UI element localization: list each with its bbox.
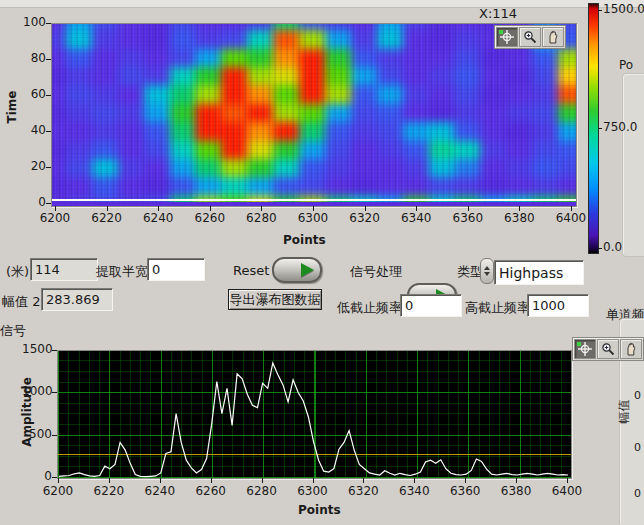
waterfall-xtick-label: 6300	[295, 211, 331, 225]
axis-tick	[46, 59, 51, 60]
axis-tick	[46, 167, 51, 168]
axis-tick	[414, 478, 415, 483]
axis-tick	[52, 477, 57, 478]
axis-tick	[567, 478, 568, 483]
magnifier-icon	[601, 342, 615, 356]
waterfall-xtick-label: 6400	[553, 211, 589, 225]
axis-tick	[261, 206, 262, 211]
cursor-tool-button[interactable]	[496, 27, 518, 47]
axis-tick	[211, 478, 212, 483]
reset-label: Reset	[233, 263, 269, 278]
signal-xtick-label: 6360	[447, 484, 483, 498]
waterfall-ytick-label: 80	[18, 51, 46, 65]
meter-value-display[interactable]: 114	[30, 258, 98, 281]
waterfall-ytick-label: 60	[18, 87, 46, 101]
axis-tick	[519, 206, 520, 211]
signal-xtick-label: 6240	[142, 484, 178, 498]
axis-tick	[465, 478, 466, 483]
axis-tick	[262, 478, 263, 483]
waterfall-xtick-label: 6200	[37, 211, 73, 225]
axis-tick	[210, 206, 211, 211]
axis-tick	[160, 478, 161, 483]
half-width-label: 提取半宽	[96, 263, 148, 281]
waterfall-xtick-label: 6240	[140, 211, 176, 225]
signal-section-title: 信号	[0, 322, 26, 340]
signal-xtick-label: 6260	[193, 484, 229, 498]
axis-tick	[52, 392, 57, 393]
axis-tick	[46, 131, 51, 132]
cursor-tool-active-dot	[499, 30, 503, 34]
low-cutoff-input[interactable]: 0	[400, 294, 462, 317]
waterfall-graph-palette	[494, 25, 566, 49]
axis-tick	[46, 203, 51, 204]
signal-ytick-label: 500	[22, 427, 52, 441]
signal-xtick-label: 6280	[244, 484, 280, 498]
right-side-panel-top	[622, 73, 644, 257]
colorbar-tick-label: 750.0	[603, 120, 637, 134]
axis-tick	[598, 248, 602, 249]
waterfall-cursor-line[interactable]	[52, 199, 576, 201]
waterfall-plot[interactable]	[51, 23, 577, 207]
spinner-up-icon[interactable]	[484, 266, 490, 270]
axis-tick	[516, 478, 517, 483]
colorbar-tick-label: 0.0	[603, 240, 622, 254]
heatmap-texture	[52, 24, 576, 206]
waterfall-xtick-label: 6320	[347, 211, 383, 225]
high-cutoff-input[interactable]: 1000	[527, 294, 589, 317]
signal-xtick-label: 6300	[295, 484, 331, 498]
signal-xtick-label: 6400	[549, 484, 585, 498]
axis-tick	[598, 128, 602, 129]
right-panel-tick-label: 0	[634, 441, 641, 454]
spinner-down-icon[interactable]	[484, 272, 490, 276]
signal-ytick-label: 0	[22, 469, 52, 483]
signal-plot[interactable]	[57, 350, 572, 479]
signal-ytick-label: 1000	[22, 384, 52, 398]
axis-tick	[107, 206, 108, 211]
axis-tick	[58, 478, 59, 483]
cursor-readout: X:114	[479, 6, 517, 21]
waterfall-ytick-label: 0	[18, 195, 46, 209]
half-width-input[interactable]: 0	[147, 258, 205, 281]
waterfall-xtick-label: 6280	[243, 211, 279, 225]
type-spinner[interactable]	[480, 258, 494, 284]
front-panel: Time Points X:114	[0, 0, 644, 525]
axis-tick	[313, 206, 314, 211]
waterfall-xtick-label: 6340	[398, 211, 434, 225]
axis-tick	[365, 206, 366, 211]
signal-graph-palette	[572, 337, 644, 361]
reset-switch[interactable]	[272, 257, 322, 283]
axis-tick	[52, 350, 57, 351]
axis-tick	[416, 206, 417, 211]
signal-ytick-label: 1500	[22, 342, 52, 356]
axis-tick	[571, 206, 572, 211]
waterfall-xlabel: Points	[283, 233, 326, 247]
signal-xtick-label: 6320	[345, 484, 381, 498]
export-waterfall-button[interactable]: 导出瀑布图数据	[228, 289, 322, 310]
zoom-tool-button[interactable]	[519, 27, 541, 47]
signal-processing-label: 信号处理	[350, 263, 402, 281]
axis-tick	[158, 206, 159, 211]
right-panel-partial-label: Po	[619, 58, 633, 72]
amp2-value-display[interactable]: 283.869	[41, 288, 113, 311]
cursor-tool-button[interactable]	[574, 339, 596, 359]
signal-xtick-label: 6340	[396, 484, 432, 498]
type-dropdown[interactable]: Highpass	[494, 260, 584, 285]
signal-xtick-label: 6220	[91, 484, 127, 498]
axis-tick	[52, 435, 57, 436]
waterfall-xtick-label: 6260	[192, 211, 228, 225]
right-panel-vertical-label: 幅值	[616, 400, 633, 424]
waterfall-xtick-label: 6360	[450, 211, 486, 225]
hand-icon	[546, 30, 560, 44]
zoom-tool-button[interactable]	[597, 339, 619, 359]
signal-xtick-label: 6200	[40, 484, 76, 498]
axis-tick	[313, 478, 314, 483]
right-panel-tick-label: 0	[634, 487, 641, 500]
pan-tool-button[interactable]	[620, 339, 642, 359]
right-panel-tick-label: 0	[634, 389, 641, 402]
waterfall-ytick-label: 40	[18, 123, 46, 137]
axis-tick	[363, 478, 364, 483]
waterfall-bottom-margin	[52, 202, 576, 206]
signal-xtick-label: 6380	[498, 484, 534, 498]
pan-tool-button[interactable]	[542, 27, 564, 47]
axis-tick	[468, 206, 469, 211]
